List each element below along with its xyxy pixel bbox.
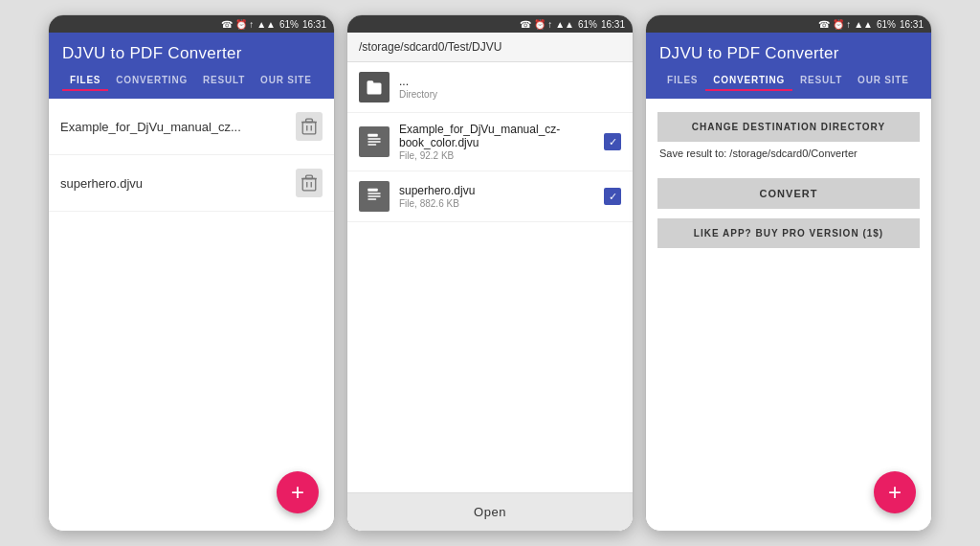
tab-oursite-3[interactable]: OUR SITE — [850, 71, 917, 91]
battery-2: 61% — [578, 19, 597, 30]
battery-1: 61% — [279, 19, 299, 30]
browser-item-file2[interactable]: superhero.djvu File, 882.6 KB — [347, 171, 633, 222]
tab-bar-1: FILES CONVERTING RESULT OUR SITE — [62, 71, 321, 91]
status-bar-1: ☎ ⏰ ↑ ▲▲ 61% 16:31 — [49, 15, 334, 33]
battery-3: 61% — [877, 19, 896, 30]
fab-button-3[interactable]: + — [874, 471, 916, 513]
delete-button-2[interactable] — [296, 169, 323, 197]
browser-file2-name: superhero.djvu — [399, 184, 594, 197]
svg-rect-10 — [368, 134, 378, 137]
file-icon-2 — [359, 181, 390, 212]
tab-result-3[interactable]: RESULT — [792, 71, 850, 91]
tab-oursite-1[interactable]: OUR SITE — [253, 71, 320, 91]
open-button[interactable]: Open — [347, 493, 633, 531]
browser-file1-info: Example_for_DjVu_manual_cz-book_color.dj… — [399, 123, 594, 161]
browser-item-dir[interactable]: ... Directory — [347, 62, 633, 113]
file1-checkbox[interactable] — [604, 133, 621, 150]
file2-checkbox[interactable] — [604, 188, 621, 205]
status-icons-3: ☎ ⏰ ↑ ▲▲ — [818, 19, 873, 30]
tab-result-1[interactable]: RESULT — [195, 71, 253, 91]
folder-icon — [359, 72, 390, 102]
phone-content-3: CHANGE DESTINATION DIRECTORY Save result… — [646, 99, 931, 531]
svg-rect-12 — [368, 141, 381, 143]
delete-button-1[interactable] — [296, 112, 323, 141]
converting-content: CHANGE DESTINATION DIRECTORY Save result… — [646, 99, 931, 262]
status-icons-1: ☎ ⏰ ↑ ▲▲ — [221, 19, 276, 30]
file-name-2: superhero.djvu — [60, 176, 296, 191]
svg-rect-13 — [368, 144, 376, 146]
svg-rect-17 — [368, 198, 376, 200]
browser-dir-info: ... Directory — [399, 75, 621, 100]
app-header-1: DJVU to PDF Converter FILES CONVERTING R… — [49, 33, 334, 99]
file-name-1: Example_for_DjVu_manual_cz... — [60, 120, 296, 134]
browser-file1-name: Example_for_DjVu_manual_cz-book_color.dj… — [399, 123, 594, 149]
svg-rect-16 — [368, 195, 381, 197]
save-path: Save result to: /storage/sdcard0/Convert… — [657, 148, 920, 159]
tab-bar-3: FILES CONVERTING RESULT OUR SITE — [659, 71, 918, 91]
browser-footer: Open — [347, 492, 633, 531]
phone-content-2: ... Directory Example_for_DjVu_manual_cz… — [347, 62, 633, 531]
fab-button-1[interactable]: + — [277, 471, 319, 513]
status-icons-2: ☎ ⏰ ↑ ▲▲ — [520, 19, 574, 30]
file-item-1: Example_for_DjVu_manual_cz... — [49, 99, 334, 155]
time-1: 16:31 — [302, 19, 326, 30]
svg-rect-11 — [368, 138, 381, 140]
svg-rect-15 — [368, 193, 381, 194]
browser-dir-meta: Directory — [399, 89, 621, 100]
svg-rect-0 — [302, 123, 316, 134]
browser-file2-info: superhero.djvu File, 882.6 KB — [399, 184, 594, 209]
browser-item-file1[interactable]: Example_for_DjVu_manual_cz-book_color.dj… — [347, 113, 633, 171]
pro-button[interactable]: LIKE APP? BUY PRO VERSION (1$) — [657, 218, 920, 248]
app-title-1: DJVU to PDF Converter — [62, 44, 321, 63]
convert-button[interactable]: CONVERT — [657, 178, 920, 209]
tab-files-1[interactable]: FILES — [62, 71, 108, 91]
status-bar-3: ☎ ⏰ ↑ ▲▲ 61% 16:31 — [646, 15, 931, 33]
browser-list: ... Directory Example_for_DjVu_manual_cz… — [347, 62, 633, 492]
phone-screen-2: ☎ ⏰ ↑ ▲▲ 61% 16:31 /storage/sdcard0/Test… — [346, 14, 634, 532]
browser-file1-meta: File, 92.2 KB — [399, 150, 594, 161]
change-dest-button[interactable]: CHANGE DESTINATION DIRECTORY — [657, 112, 920, 142]
browser-dir-name: ... — [399, 75, 621, 88]
file-icon-1 — [359, 126, 390, 157]
tab-converting-1[interactable]: CONVERTING — [108, 71, 195, 91]
tab-converting-3[interactable]: CONVERTING — [705, 71, 792, 91]
browser-path: /storage/sdcard0/Test/DJVU — [347, 33, 633, 62]
phone-screen-1: ☎ ⏰ ↑ ▲▲ 61% 16:31 DJVU to PDF Converter… — [48, 14, 335, 532]
time-3: 16:31 — [900, 19, 924, 30]
file-list: Example_for_DjVu_manual_cz... superhero.… — [49, 99, 334, 212]
file-item-2: superhero.djvu — [49, 155, 334, 212]
svg-rect-5 — [302, 179, 316, 191]
status-bar-2: ☎ ⏰ ↑ ▲▲ 61% 16:31 — [347, 15, 633, 33]
phone-content-1: Example_for_DjVu_manual_cz... superhero.… — [49, 99, 334, 531]
browser-file2-meta: File, 882.6 KB — [399, 198, 594, 209]
app-title-3: DJVU to PDF Converter — [659, 44, 918, 63]
phone-screen-3: ☎ ⏰ ↑ ▲▲ 61% 16:31 DJVU to PDF Converter… — [645, 14, 932, 532]
time-2: 16:31 — [601, 19, 625, 30]
tab-files-3[interactable]: FILES — [659, 71, 705, 91]
svg-rect-14 — [368, 189, 378, 192]
app-header-3: DJVU to PDF Converter FILES CONVERTING R… — [646, 33, 931, 99]
